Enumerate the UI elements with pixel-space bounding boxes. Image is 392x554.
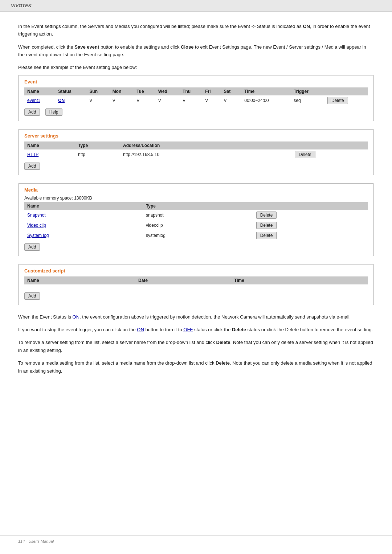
page-header: VIVOTEK: [0, 0, 392, 12]
event1-link[interactable]: event1: [27, 98, 40, 103]
event-status-on[interactable]: ON: [58, 98, 65, 103]
table-row: event1 ON V V V V V V V 00:00~24:00 seq …: [24, 95, 368, 106]
media-table: Name Type Snapshot snapshot Delete Video…: [24, 202, 368, 241]
event-col-thu: Thu: [180, 87, 202, 95]
media-syslog-type: systemlog: [143, 230, 253, 241]
server-box-title: Server settings: [24, 133, 368, 139]
intro-para2-text1: When completed, click the: [18, 44, 74, 50]
event-row-wed: V: [155, 95, 180, 106]
event-help-button[interactable]: Help: [45, 108, 62, 116]
server-row-delete-cell: Delete: [292, 149, 368, 160]
customized-table-header-row: Name Date Time: [24, 276, 368, 284]
media-table-header-row: Name Type: [24, 202, 368, 210]
event-row-thu: V: [180, 95, 202, 106]
example-label: Please see the example of the Event sett…: [18, 64, 374, 71]
systemlog-delete-button[interactable]: Delete: [256, 232, 277, 239]
intro-para1: In the Event settings column, the Server…: [18, 22, 374, 38]
event-col-name: Name: [24, 87, 55, 95]
table-row: Snapshot snapshot Delete: [24, 210, 368, 220]
systemlog-link[interactable]: System log: [27, 233, 49, 238]
event-btn-row: Add Help: [24, 108, 368, 116]
off-status-link[interactable]: OFF: [183, 327, 193, 332]
event-col-tue: Tue: [134, 87, 155, 95]
media-videoclip-delete-cell: Delete: [253, 220, 368, 230]
customized-box-title: Customized script: [24, 268, 368, 274]
intro-para2-text2: button to enable the settings and click: [99, 44, 181, 50]
media-add-button[interactable]: Add: [24, 243, 40, 251]
server-row-name: HTTP: [24, 149, 75, 160]
status-on-link[interactable]: ON: [73, 314, 80, 320]
server-col-type: Type: [75, 141, 120, 149]
intro-on-bold: ON: [303, 24, 310, 29]
post-para1-text2: , the event configuration above is trigg…: [79, 314, 351, 320]
snapshot-delete-button[interactable]: Delete: [256, 212, 277, 219]
event-table-header-row: Name Status Sun Mon Tue Wed Thu Fri Sat …: [24, 87, 368, 95]
server-btn-row: Add: [24, 163, 368, 170]
customized-col-action: [331, 276, 368, 284]
event-delete-button[interactable]: Delete: [327, 97, 348, 104]
server-delete-button[interactable]: Delete: [295, 151, 315, 158]
event-col-fri: Fri: [202, 87, 221, 95]
event-row-status: ON: [55, 95, 86, 106]
intro-para2: When completed, click the Save event but…: [18, 43, 374, 59]
customized-col-name: Name: [24, 276, 135, 284]
table-row: HTTP http http://192.168.5.10 Delete: [24, 149, 368, 160]
intro-para1-text1: In the Event settings column, the Server…: [18, 24, 303, 29]
event-add-button[interactable]: Add: [24, 108, 40, 116]
post-para4-text1: To remove a media setting from the list,…: [18, 360, 216, 366]
server-add-button[interactable]: Add: [24, 163, 40, 170]
server-row-address: http://192.168.5.10: [120, 149, 292, 160]
post-para3: To remove a server setting from the list…: [18, 338, 374, 354]
event-row-name: event1: [24, 95, 55, 106]
server-row-type: http: [75, 149, 120, 160]
server-col-name: Name: [24, 141, 75, 149]
brand-logo: VIVOTEK: [11, 3, 32, 8]
delete-bold-p2: Delete: [232, 327, 246, 332]
table-row: System log systemlog Delete: [24, 230, 368, 241]
event-row-sat: V: [221, 95, 242, 106]
post-para2-text1: If you want to stop the event trigger, y…: [18, 327, 137, 332]
event-table: Name Status Sun Mon Tue Wed Thu Fri Sat …: [24, 87, 368, 106]
snapshot-link[interactable]: Snapshot: [27, 213, 46, 218]
media-btn-row: Add: [24, 243, 368, 251]
post-para2: If you want to stop the event trigger, y…: [18, 326, 374, 333]
customized-btn-row: Add: [24, 292, 368, 300]
media-snapshot-type: snapshot: [143, 210, 253, 220]
post-para1-text1: When the Event Status is: [18, 314, 73, 320]
delete-bold-p3: Delete: [216, 340, 230, 345]
event-col-trigger: Trigger: [291, 87, 324, 95]
videoclip-delete-button[interactable]: Delete: [256, 222, 277, 229]
post-para3-text1: To remove a server setting from the list…: [18, 340, 216, 345]
on-button-link[interactable]: ON: [137, 327, 144, 332]
event-row-trigger: seq: [291, 95, 324, 106]
post-para2-text3: status or click the: [193, 327, 232, 332]
videoclip-link[interactable]: Video clip: [27, 223, 46, 228]
event-row-mon: V: [110, 95, 134, 106]
event-col-time: Time: [241, 87, 291, 95]
media-box-title: Media: [24, 187, 368, 193]
event-box: Event Name Status Sun Mon Tue Wed Thu Fr…: [18, 75, 374, 121]
media-videoclip-name: Video clip: [24, 220, 143, 230]
customized-add-button[interactable]: Add: [24, 292, 40, 300]
memory-note: Available memory space: 13000KB: [24, 196, 368, 201]
page-footer: 114 - User's Manual: [0, 535, 392, 547]
event-col-sun: Sun: [86, 87, 109, 95]
customized-col-date: Date: [135, 276, 231, 284]
event-row-fri: V: [202, 95, 221, 106]
event-row-tue: V: [134, 95, 155, 106]
event-row-time: 00:00~24:00: [241, 95, 291, 106]
customized-script-box: Customized script Name Date Time Add: [18, 264, 374, 305]
media-syslog-delete-cell: Delete: [253, 230, 368, 241]
http-link[interactable]: HTTP: [27, 152, 38, 157]
media-snapshot-name: Snapshot: [24, 210, 143, 220]
event-col-status: Status: [55, 87, 86, 95]
customized-empty-row: [24, 284, 368, 290]
event-col-wed: Wed: [155, 87, 180, 95]
event-col-action: [324, 87, 368, 95]
event-col-sat: Sat: [221, 87, 242, 95]
server-col-address: Address/Location: [120, 141, 292, 149]
post-para2-text2: button to turn it to: [144, 327, 183, 332]
server-settings-box: Server settings Name Type Address/Locati…: [18, 129, 374, 175]
event-col-mon: Mon: [110, 87, 134, 95]
event-box-title: Event: [24, 79, 368, 85]
